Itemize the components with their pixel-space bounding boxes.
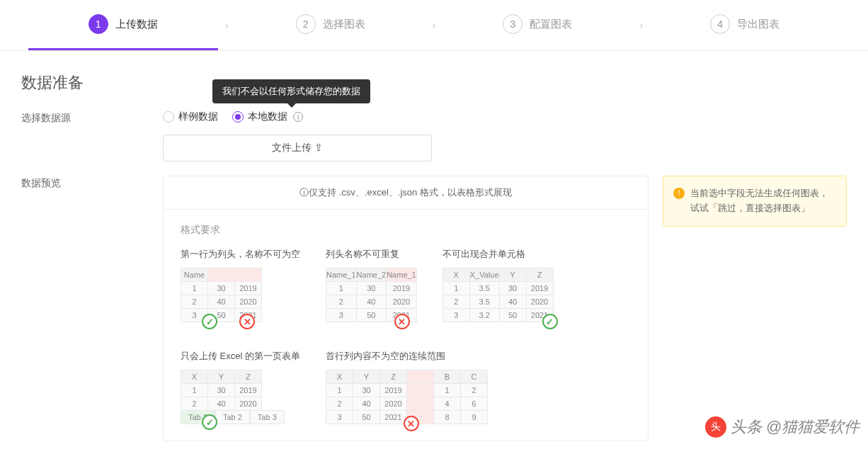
preview-label: 数据预览 (21, 176, 163, 441)
format-req-title: 格式要求 (181, 224, 631, 237)
example-title: 首行列内容不为空的连续范围 (326, 350, 488, 363)
step-num: 3 (503, 14, 522, 34)
example-continuous-range: 首行列内容不为空的连续范围 XYZBC 130201912 240202046 … (326, 350, 488, 426)
step-label: 选择图表 (323, 18, 365, 31)
step-label: 上传数据 (115, 18, 158, 31)
watermark: 头 头条 @猫猫爱软件 (705, 416, 860, 438)
example-header-empty: 第一行为列头，名称不可为空 Name 1302019 2402020 35020… (181, 248, 300, 324)
example-first-sheet: 只会上传 Excel 的第一页表单 XYZ 1302019 2402020 Ta… (181, 350, 300, 426)
watermark-icon: 头 (705, 416, 726, 438)
watermark-text: 头条 @猫猫爱软件 (731, 416, 860, 438)
chevron-right-icon: › (632, 19, 650, 32)
step-config[interactable]: 3 配置图表 (443, 14, 633, 50)
radio-icon (232, 111, 244, 123)
check-icon: ✓ (542, 314, 558, 329)
source-label: 选择数据源 (21, 110, 163, 161)
example-title: 列头名称不可重复 (326, 248, 417, 261)
step-num: 2 (296, 14, 316, 34)
radio-sample[interactable]: 样例数据 (163, 110, 218, 123)
wizard-steps: 1 上传数据 › 2 选择图表 › 3 配置图表 › 4 导出图表 (0, 0, 868, 51)
step-select[interactable]: 2 选择图表 (236, 14, 426, 50)
step-label: 配置图表 (530, 18, 572, 31)
upload-button[interactable]: 文件上传 ⇪ (163, 135, 432, 161)
warning-alert: ! 当前选中字段无法生成任何图表，试试「跳过，直接选择图表」 (663, 176, 847, 227)
mini-table: XX_ValueYZ 13.5302019 23.5402020 33.2502… (442, 268, 554, 322)
cross-icon: ✕ (239, 314, 255, 329)
step-export[interactable]: 4 导出图表 (650, 14, 840, 50)
chevron-right-icon: › (218, 19, 236, 32)
example-title: 第一行为列头，名称不可为空 (181, 248, 300, 261)
preview-hint: ⓘ仅支持 .csv、.excel、.json 格式，以表格形式展现 (164, 176, 648, 210)
info-icon[interactable]: i (293, 112, 303, 122)
radio-label: 本地数据 (248, 110, 287, 123)
cross-icon: ✕ (404, 416, 419, 431)
example-title: 只会上传 Excel 的第一页表单 (181, 350, 300, 363)
sheet-tabs: Tab 1 Tab 2 Tab 3 (181, 410, 285, 424)
warning-text: 当前选中字段无法生成任何图表，试试「跳过，直接选择图表」 (690, 186, 836, 216)
preview-panel: ⓘ仅支持 .csv、.excel、.json 格式，以表格形式展现 格式要求 第… (163, 176, 649, 441)
radio-icon (163, 111, 174, 123)
page-title: 数据准备 (21, 72, 847, 93)
example-dup-header: 列头名称不可重复 Name_1Name_2Name_1 1302019 2402… (326, 248, 417, 324)
chevron-right-icon: › (425, 19, 442, 32)
check-icon: ✓ (202, 414, 217, 430)
step-label: 导出图表 (737, 18, 780, 31)
radio-local[interactable]: 本地数据 i (232, 110, 303, 123)
warning-icon: ! (673, 188, 685, 199)
cross-icon: ✕ (394, 314, 410, 329)
mini-table: XYZ 1302019 2402020 (181, 370, 262, 411)
example-title: 不可出现合并单元格 (442, 248, 554, 261)
step-upload[interactable]: 1 上传数据 (28, 14, 218, 50)
step-num: 1 (88, 14, 108, 34)
mini-table: XYZBC 130201912 240202046 350202189 (326, 370, 488, 424)
radio-label: 样例数据 (178, 110, 218, 123)
example-merged-cell: 不可出现合并单元格 XX_ValueYZ 13.5302019 23.54020… (442, 248, 554, 324)
tab: Tab 2 (215, 410, 250, 424)
check-icon: ✓ (202, 314, 217, 329)
tooltip: 我们不会以任何形式储存您的数据 (212, 79, 370, 103)
tab: Tab 3 (250, 410, 285, 424)
step-num: 4 (710, 14, 730, 34)
